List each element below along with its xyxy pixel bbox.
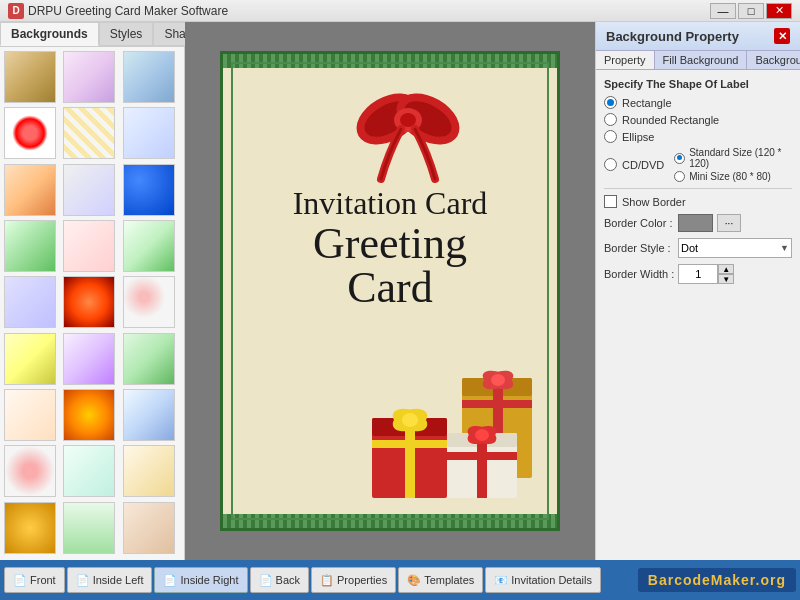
border-width-input[interactable] xyxy=(678,264,718,284)
radio-cddvd-label: CD/DVD xyxy=(622,159,664,171)
list-item[interactable] xyxy=(123,445,175,497)
right-content: Specify The Shape Of Label Rectangle Rou… xyxy=(596,70,800,298)
radio-row-rounded: Rounded Rectangle xyxy=(604,113,792,126)
cd-option-mini: Mini Size (80 * 80) xyxy=(674,171,792,182)
tab-backgrounds[interactable]: Backgrounds xyxy=(0,22,99,46)
radio-row-cddvd: CD/DVD Standard Size (120 * 120) Mini Si… xyxy=(604,147,792,182)
show-border-checkbox[interactable] xyxy=(604,195,617,208)
tab-background-effects[interactable]: Background Effects xyxy=(747,51,800,69)
tab-invitation-details[interactable]: 📧 Invitation Details xyxy=(485,567,601,593)
list-item[interactable] xyxy=(4,389,56,441)
card-gifts xyxy=(367,358,547,518)
tab-inside-left-label: Inside Left xyxy=(93,574,144,586)
dropdown-arrow-icon: ▼ xyxy=(780,243,789,253)
show-border-row: Show Border xyxy=(604,195,792,208)
list-item[interactable] xyxy=(4,51,56,103)
list-item[interactable] xyxy=(123,502,175,554)
greeting-card: Invitation Card Greeting Card xyxy=(220,51,560,531)
list-item[interactable] xyxy=(63,51,115,103)
maximize-button[interactable]: □ xyxy=(738,3,764,19)
radio-row-rectangle: Rectangle xyxy=(604,96,792,109)
shape-label: Specify The Shape Of Label xyxy=(604,78,792,90)
close-button[interactable]: ✕ xyxy=(766,3,792,19)
list-item[interactable] xyxy=(123,51,175,103)
tab-front-label: Front xyxy=(30,574,56,586)
list-item[interactable] xyxy=(63,502,115,554)
list-item[interactable] xyxy=(123,107,175,159)
radio-rounded[interactable] xyxy=(604,113,617,126)
radio-mini-size[interactable] xyxy=(674,171,685,182)
list-item[interactable] xyxy=(63,107,115,159)
spinner-down-button[interactable]: ▼ xyxy=(718,274,734,284)
list-item[interactable] xyxy=(4,220,56,272)
tab-front[interactable]: 📄 Front xyxy=(4,567,65,593)
tab-invitation-details-label: Invitation Details xyxy=(511,574,592,586)
radio-ellipse[interactable] xyxy=(604,130,617,143)
list-item[interactable] xyxy=(63,333,115,385)
list-item[interactable] xyxy=(63,220,115,272)
spinner-buttons: ▲ ▼ xyxy=(718,264,734,284)
border-color-label: Border Color : xyxy=(604,217,674,229)
border-color-row: Border Color : ··· xyxy=(604,214,792,232)
list-item[interactable] xyxy=(123,276,175,328)
border-width-row: Border Width : ▲ ▼ xyxy=(604,264,792,284)
list-item[interactable] xyxy=(4,445,56,497)
list-item[interactable] xyxy=(63,164,115,216)
tab-inside-left[interactable]: 📄 Inside Left xyxy=(67,567,153,593)
barcode-maker-label: BarcodeMaker.org xyxy=(638,568,796,592)
tab-back[interactable]: 📄 Back xyxy=(250,567,309,593)
border-width-spinner: ▲ ▼ xyxy=(678,264,734,284)
list-item[interactable] xyxy=(63,445,115,497)
tab-inside-right[interactable]: 📄 Inside Right xyxy=(154,567,247,593)
show-border-label: Show Border xyxy=(622,196,686,208)
radio-row-ellipse: Ellipse xyxy=(604,130,792,143)
main-content: Backgrounds Styles Shapes xyxy=(0,22,800,560)
radio-cddvd[interactable] xyxy=(604,158,617,171)
mini-size-label: Mini Size (80 * 80) xyxy=(689,171,771,182)
cd-sub-group: Standard Size (120 * 120) Mini Size (80 … xyxy=(674,147,792,182)
tab-templates[interactable]: 🎨 Templates xyxy=(398,567,483,593)
list-item[interactable] xyxy=(63,276,115,328)
card-line3: Card xyxy=(253,266,527,310)
radio-rectangle-label: Rectangle xyxy=(622,97,672,109)
list-item[interactable] xyxy=(4,502,56,554)
properties-icon: 📋 xyxy=(320,573,334,587)
list-item[interactable] xyxy=(123,333,175,385)
border-style-select[interactable]: Dot ▼ xyxy=(678,238,792,258)
list-item[interactable] xyxy=(4,164,56,216)
list-item[interactable] xyxy=(4,276,56,328)
inside-left-icon: 📄 xyxy=(76,573,90,587)
card-line1: Invitation Card xyxy=(253,184,527,222)
spinner-up-button[interactable]: ▲ xyxy=(718,264,734,274)
border-color-picker-button[interactable]: ··· xyxy=(717,214,741,232)
title-bar: D DRPU Greeting Card Maker Software — □ … xyxy=(0,0,800,22)
panel-close-button[interactable]: ✕ xyxy=(774,28,790,44)
tab-properties[interactable]: 📋 Properties xyxy=(311,567,396,593)
list-item[interactable] xyxy=(4,107,56,159)
tab-inside-right-label: Inside Right xyxy=(180,574,238,586)
card-line2: Greeting xyxy=(253,222,527,266)
tab-back-label: Back xyxy=(276,574,300,586)
svg-point-19 xyxy=(402,413,418,427)
radio-standard-size[interactable] xyxy=(674,153,685,164)
list-item[interactable] xyxy=(63,389,115,441)
svg-point-26 xyxy=(475,429,489,441)
left-tabs: Backgrounds Styles Shapes xyxy=(0,22,184,47)
border-color-swatch[interactable] xyxy=(678,214,713,232)
templates-icon: 🎨 xyxy=(407,573,421,587)
list-item[interactable] xyxy=(123,164,175,216)
tab-fill-background[interactable]: Fill Background xyxy=(655,51,748,69)
minimize-button[interactable]: — xyxy=(710,3,736,19)
svg-point-12 xyxy=(491,374,505,386)
list-item[interactable] xyxy=(4,333,56,385)
border-width-label: Border Width : xyxy=(604,268,674,280)
list-item[interactable] xyxy=(123,389,175,441)
tab-styles[interactable]: Styles xyxy=(99,22,154,46)
card-bow xyxy=(353,64,463,184)
radio-rectangle[interactable] xyxy=(604,96,617,109)
list-item[interactable] xyxy=(123,220,175,272)
divider1 xyxy=(604,188,792,189)
inside-right-icon: 📄 xyxy=(163,573,177,587)
tab-property[interactable]: Property xyxy=(596,51,655,69)
svg-rect-9 xyxy=(462,400,532,408)
